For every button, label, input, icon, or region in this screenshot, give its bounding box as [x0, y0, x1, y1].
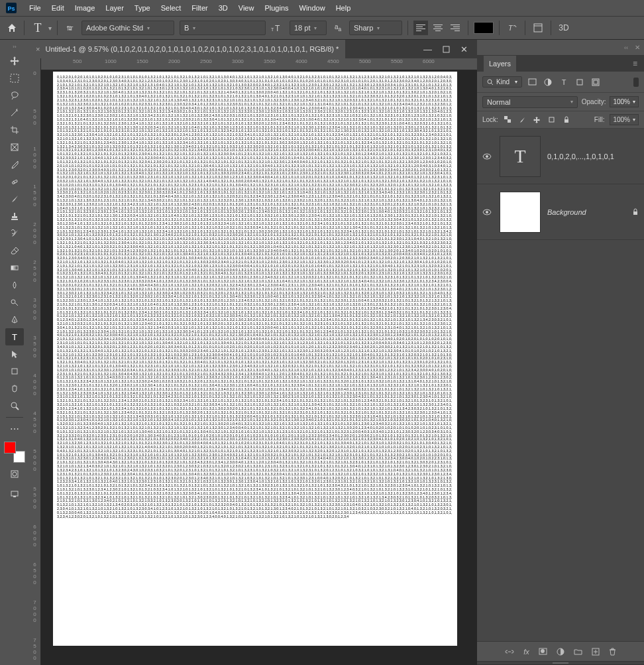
opacity-input[interactable]: 100%▾ [610, 96, 639, 107]
character-panel-icon[interactable] [531, 21, 545, 35]
pen-tool-icon[interactable] [5, 311, 24, 328]
lock-artboard-icon[interactable] [547, 115, 557, 125]
tab-close-icon[interactable]: × [36, 45, 40, 53]
shape-tool-icon[interactable] [5, 363, 24, 380]
text-orientation-icon[interactable]: ⇅T [63, 21, 76, 34]
lock-all-icon[interactable] [562, 115, 571, 125]
visibility-icon[interactable] [482, 209, 493, 215]
lock-position-icon[interactable] [533, 115, 542, 125]
healing-tool-icon[interactable] [5, 173, 24, 190]
font-weight-select[interactable]: B▾ [180, 21, 266, 35]
warp-text-icon[interactable]: T [505, 21, 519, 35]
layer-row[interactable]: T0,1,0,2,0,...,1,0,1,0,1 [477, 129, 644, 184]
blend-mode-select[interactable]: Normal▾ [482, 96, 578, 108]
tool-preset-dropdown[interactable]: ▾ [48, 25, 52, 32]
menu-image[interactable]: Image [70, 3, 101, 13]
panel-close-icon[interactable]: ✕ [635, 44, 640, 51]
window-close-icon[interactable]: ✕ [460, 44, 468, 54]
layer-thumbnail[interactable]: T [500, 136, 541, 177]
screenmode-icon[interactable] [5, 485, 24, 503]
type-tool-icon[interactable]: T [5, 328, 24, 345]
lock-image-icon[interactable] [518, 115, 527, 125]
menu-file[interactable]: File [24, 3, 46, 13]
window-maximize-icon[interactable] [443, 46, 450, 53]
filter-shape-icon[interactable] [574, 77, 586, 88]
layer-mask-icon[interactable] [539, 648, 547, 655]
document-tab[interactable]: × Untitled-1 @ 9.57% (0,1,0,2,0,1,0,2,0,… [29, 40, 345, 58]
zoom-tool-icon[interactable] [5, 397, 24, 414]
menu-edit[interactable]: Edit [46, 3, 70, 13]
quickmask-icon[interactable] [5, 465, 24, 483]
hand-tool-icon[interactable] [5, 380, 24, 397]
lasso-tool-icon[interactable] [5, 87, 24, 104]
foreground-color-swatch[interactable] [4, 442, 16, 453]
menu-3d[interactable]: 3D [213, 3, 233, 13]
brush-tool-icon[interactable] [5, 190, 24, 208]
eyedropper-tool-icon[interactable] [5, 156, 24, 173]
layer-name[interactable]: 0,1,0,2,0,...,1,0,1,0,1 [547, 152, 614, 160]
new-layer-icon[interactable] [592, 648, 600, 656]
window-minimize-icon[interactable]: — [423, 44, 432, 54]
text-color-swatch[interactable] [474, 22, 494, 34]
panel-menu-icon[interactable]: ≡ [633, 59, 637, 68]
menu-select[interactable]: Select [156, 3, 187, 13]
adjustment-layer-icon[interactable] [557, 648, 564, 656]
menu-plugins[interactable]: Plugins [259, 3, 294, 13]
marquee-tool-icon[interactable] [5, 70, 24, 87]
layer-thumbnail[interactable] [500, 192, 541, 233]
eraser-tool-icon[interactable] [5, 242, 24, 259]
svg-text:T: T [271, 27, 274, 32]
antialias-select[interactable]: Sharp▾ [349, 21, 402, 35]
filter-pixel-icon[interactable] [526, 77, 538, 88]
home-icon[interactable] [5, 21, 19, 34]
wand-tool-icon[interactable] [5, 104, 24, 121]
move-tool-icon[interactable] [5, 52, 24, 70]
menu-layer[interactable]: Layer [100, 3, 129, 13]
dodge-tool-icon[interactable] [5, 294, 24, 311]
edit-toolbar-icon[interactable]: ⋯ [5, 420, 24, 438]
align-center-icon[interactable] [431, 21, 445, 35]
collapse-toolbar-icon[interactable]: ›› [13, 44, 16, 50]
menu-type[interactable]: Type [129, 3, 156, 13]
font-size-select[interactable]: 18 pt▾ [290, 21, 327, 35]
three-d-button[interactable]: 3D [557, 21, 571, 35]
canvas[interactable]: 0,1,0,2,0,1,0,2,0,1,0,1,0,1,0,2,0,1,0,1,… [41, 70, 477, 665]
app-logo[interactable]: Ps [5, 2, 17, 14]
visibility-icon[interactable] [482, 153, 493, 160]
panel-collapse-icon[interactable]: ‹‹ [624, 44, 628, 51]
blur-tool-icon[interactable] [5, 276, 24, 294]
menu-view[interactable]: View [233, 3, 260, 13]
crop-tool-icon[interactable] [5, 121, 24, 139]
delete-layer-icon[interactable] [609, 648, 616, 656]
link-layers-icon[interactable] [505, 648, 514, 656]
group-layers-icon[interactable] [574, 648, 582, 655]
layer-name[interactable]: Background [547, 208, 586, 216]
filter-adjust-icon[interactable] [542, 77, 554, 88]
path-select-tool-icon[interactable] [5, 345, 24, 363]
lock-icon[interactable] [632, 208, 639, 215]
fill-input[interactable]: 100%▾ [610, 114, 639, 125]
layers-tab[interactable]: Layers [484, 56, 516, 72]
align-left-icon[interactable] [413, 21, 428, 35]
stamp-tool-icon[interactable] [5, 208, 24, 225]
panel-resize-handle[interactable] [477, 661, 644, 665]
fill-label: Fill: [594, 116, 605, 123]
history-brush-tool-icon[interactable] [5, 225, 24, 242]
frame-tool-icon[interactable] [5, 139, 24, 156]
filter-kind-select[interactable]: Kind▾ [482, 76, 522, 88]
layer-fx-icon[interactable]: fx [523, 648, 529, 656]
color-swatches[interactable] [4, 442, 25, 463]
menu-filter[interactable]: Filter [186, 3, 213, 13]
document-page[interactable]: 0,1,0,2,0,1,0,2,0,1,0,1,0,1,0,2,0,1,0,1,… [53, 72, 457, 646]
filter-type-icon[interactable]: T [558, 77, 570, 88]
gradient-tool-icon[interactable] [5, 259, 24, 276]
filter-toggle[interactable] [633, 78, 639, 87]
svg-rect-38 [564, 119, 568, 123]
align-right-icon[interactable] [448, 21, 462, 35]
layer-row[interactable]: Background [477, 184, 644, 240]
filter-smart-icon[interactable] [590, 77, 602, 88]
menu-help[interactable]: Help [331, 3, 356, 13]
menu-window[interactable]: Window [294, 3, 331, 13]
font-family-select[interactable]: Adobe Gothic Std▾ [81, 21, 174, 35]
lock-transparent-icon[interactable] [504, 115, 513, 125]
